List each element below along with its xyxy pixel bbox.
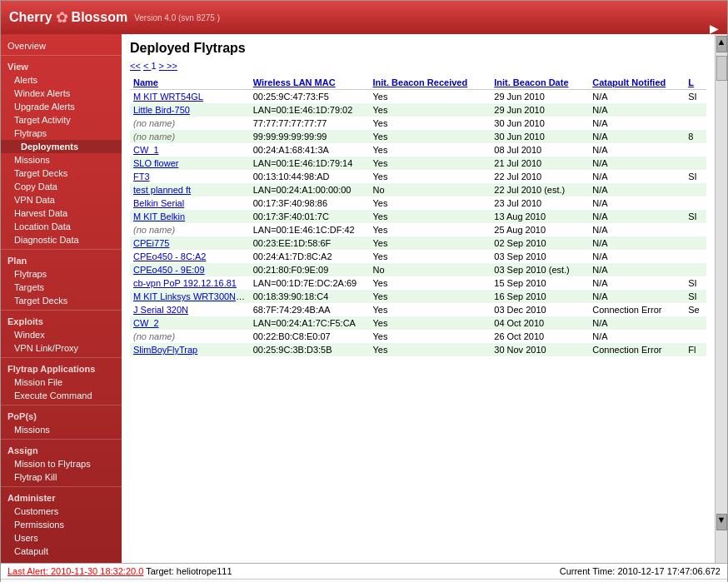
sidebar-item-plan-targets[interactable]: Targets [1,281,122,294]
scroll-down-arrow[interactable]: ▼ [716,514,727,530]
cell-beacon: Yes [369,170,491,183]
cell-beacon: No [369,183,491,196]
cell-date: 03 Dec 2010 [491,303,589,316]
pagination-next[interactable]: > [159,61,167,71]
cell-name-link[interactable]: CW_2 [133,318,159,328]
sidebar-item-windex-alerts[interactable]: Windex Alerts [1,87,122,100]
scroll-thumb[interactable] [716,56,727,81]
sidebar-item-upgrade-alerts[interactable]: Upgrade Alerts [1,100,122,113]
cell-mac: 00:24:A1:68:41:3A [250,143,370,157]
cell-name-link[interactable]: CPEi775 [133,238,169,248]
main-layout: Overview View Alerts Windex Alerts Upgra… [1,34,727,563]
sidebar-item-plan-flytraps[interactable]: Flytraps [1,267,122,281]
cell-name-link[interactable]: CW_1 [133,145,159,155]
cell-beacon: No [369,263,491,276]
table-row: Belkin Serial00:17:3F:40:98:86Yes23 Jul … [130,196,706,210]
sidebar-item-diagnostic-data[interactable]: Diagnostic Data [1,233,122,246]
sidebar-item-permissions[interactable]: Permissions [1,518,122,531]
col-l[interactable]: L [685,76,706,90]
sidebar-item-missions[interactable]: Missions [1,153,122,167]
sidebar-item-pops-missions[interactable]: Missions [1,423,122,436]
cell-l [685,263,706,276]
cell-date: 04 Oct 2010 [491,316,589,330]
sidebar-item-target-decks[interactable]: Target Decks [1,167,122,180]
alert-link[interactable]: Last Alert: 2010-11-30 18:32:20.0 [7,566,143,576]
cell-name-link[interactable]: M KIT Linksys WRT300N v2 [133,291,248,301]
sidebar-item-plan-target-decks[interactable]: Target Decks [1,294,122,307]
sidebar-item-catapult[interactable]: Catapult [1,545,122,558]
sidebar-item-mission-to-flytraps[interactable]: Mission to Flytraps [1,457,122,470]
cell-catapult: N/A [589,290,685,303]
cell-name-link[interactable]: FT3 [133,172,150,182]
cell-name-link[interactable]: CPEo450 - 8C:A2 [133,251,206,261]
sidebar-item-deployments[interactable]: Deployments [1,140,122,153]
cell-l [685,223,706,236]
cursor-icon: ▶ [710,22,719,35]
cell-beacon: Yes [369,157,491,170]
cell-beacon: Yes [369,117,491,130]
col-mac[interactable]: Wireless LAN MAC [250,76,370,90]
sidebar-item-users[interactable]: Users [1,531,122,545]
sidebar-item-copy-data[interactable]: Copy Data [1,180,122,193]
divider [1,249,122,250]
col-beacon-date[interactable]: Init. Beacon Date [491,76,589,90]
cell-date: 22 Jul 2010 (est.) [491,183,589,196]
cell-name-link[interactable]: M KIT Belkin [133,211,185,221]
cell-catapult: N/A [589,183,685,196]
cell-beacon: Yes [369,276,491,290]
cell-l: SI [685,290,706,303]
col-catapult[interactable]: Catapult Notified [589,76,685,90]
table-row: SlimBoyFlyTrap00:25:9C:3B:D3:5BYes30 Nov… [130,343,706,356]
cell-name-link[interactable]: J Serial 320N [133,305,188,315]
scroll-up-arrow[interactable]: ▲ [716,36,727,52]
pagination: << < 1 > >> [130,61,706,71]
cell-beacon: Yes [369,103,491,117]
sidebar-item-vpn-link-proxy[interactable]: VPN Link/Proxy [1,341,122,355]
cell-mac: 00:22:B0:C8:E0:07 [250,330,370,343]
cell-mac: 00:24:A1:7D:8C:A2 [250,250,370,263]
cell-mac: 00:21:80:F0:9E:09 [250,263,370,276]
sidebar-item-mission-file[interactable]: Mission File [1,376,122,389]
cell-name-link[interactable]: SlimBoyFlyTrap [133,345,197,355]
cell-catapult: N/A [589,90,685,104]
cell-name-link[interactable]: cb-vpn PoP 192.12.16.81 [133,278,237,288]
cell-l [685,330,706,343]
pagination-prev[interactable]: < [143,61,151,71]
cell-name: cb-vpn PoP 192.12.16.81 [130,276,250,290]
table-row: CW_2LAN=00:24:A1:7C:F5:CAYes04 Oct 2010N… [130,316,706,330]
table-row: Little Bird-750LAN=00:1E:46:1D:79:02Yes2… [130,103,706,117]
divider [1,357,122,358]
cell-catapult: N/A [589,330,685,343]
cell-l [685,103,706,117]
sidebar-item-flytrap-kill[interactable]: Flytrap Kill [1,470,122,484]
cell-name-link[interactable]: SLO flower [133,158,178,168]
sidebar-item-customers[interactable]: Customers [1,505,122,518]
app-logo: Cherry ✿ Blossom [9,8,127,27]
sidebar-item-flytraps[interactable]: Flytraps [1,127,122,140]
cell-name-link[interactable]: M KIT WRT54GL [133,92,203,102]
col-beacon-received[interactable]: Init. Beacon Received [369,76,491,90]
sidebar-item-vpn-data[interactable]: VPN Data [1,193,122,206]
pagination-last[interactable]: >> [167,61,177,71]
cell-catapult: N/A [589,143,685,157]
cell-l [685,196,706,210]
sidebar-item-overview[interactable]: Overview [1,39,122,52]
cell-name-link[interactable]: Little Bird-750 [133,105,190,115]
cell-name-link[interactable]: Belkin Serial [133,198,184,208]
pagination-first[interactable]: << [130,61,141,71]
cell-mac: 99:99:99:99:99:99 [250,130,370,143]
cell-name-link[interactable]: test planned ft [133,185,191,195]
sidebar-item-location-data[interactable]: Location Data [1,220,122,233]
sidebar-item-harvest-data[interactable]: Harvest Data [1,206,122,220]
cell-catapult: N/A [589,170,685,183]
sidebar-item-execute-command[interactable]: Execute Command [1,389,122,402]
cell-name-noname: (no name) [130,330,250,343]
col-name[interactable]: Name [130,76,250,90]
sidebar-item-windex[interactable]: Windex [1,328,122,341]
sidebar-item-alerts[interactable]: Alerts [1,73,122,87]
sidebar-item-target-activity[interactable]: Target Activity [1,113,122,127]
cell-name-link[interactable]: CPEo450 - 9E:09 [133,265,205,275]
cell-name: FT3 [130,170,250,183]
sidebar-section-assign: Assign [1,442,122,457]
scrollbar[interactable]: ▲ ▼ [715,34,727,563]
